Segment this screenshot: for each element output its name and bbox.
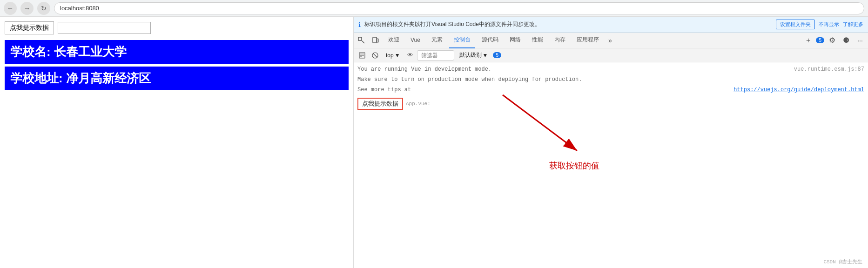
- notification-text: 标识项目的根文件夹以打开Visual Studio Code中的源文件并同步更改…: [364, 20, 772, 28]
- devtools-console[interactable]: You are running Vue in development mode.…: [354, 62, 868, 268]
- inspect-icon-button[interactable]: [356, 34, 368, 47]
- tab-welcome[interactable]: 欢迎: [384, 33, 404, 48]
- svg-rect-2: [377, 39, 378, 42]
- console-line2: Make sure to turn on production mode whe…: [357, 75, 582, 84]
- level-label: 默认级别: [459, 51, 482, 59]
- set-root-button[interactable]: 设置根文件夹: [776, 20, 815, 29]
- deployment-link[interactable]: https://vuejs.org/guide/deployment.html: [733, 86, 864, 94]
- learn-more-link[interactable]: 了解更多: [843, 21, 863, 28]
- console-message-3: See more tips at https://vuejs.org/guide…: [357, 85, 864, 95]
- more-tabs-button[interactable]: »: [606, 36, 615, 45]
- clear-console-button[interactable]: [357, 50, 368, 61]
- svg-rect-1: [373, 37, 377, 43]
- console-message-2: Make sure to turn on production mode whe…: [357, 74, 864, 85]
- school-address: 学校地址: 净月高新经济区: [5, 67, 349, 90]
- arrow-svg: [493, 90, 596, 165]
- tab-vue[interactable]: Vue: [406, 33, 425, 48]
- tab-performance[interactable]: 性能: [527, 33, 548, 48]
- dropdown-icon: ▼: [395, 52, 400, 59]
- console-source-1: vue.runtime.esm.js:87: [794, 65, 864, 74]
- eye-button[interactable]: 👁: [405, 51, 415, 60]
- top-label: top: [386, 52, 394, 59]
- school-name: 学校名: 长春工业大学: [5, 40, 349, 64]
- tab-sources[interactable]: 源代码: [477, 33, 503, 48]
- web-page: 点我提示数据 学校名: 长春工业大学 学校地址: 净月高新经济区: [0, 17, 354, 268]
- console-btn-value: 点我提示数据: [357, 98, 403, 110]
- block-icon-button[interactable]: [370, 50, 381, 61]
- level-dropdown-icon: ▼: [483, 52, 488, 59]
- dismiss-button[interactable]: 不再显示: [819, 21, 839, 28]
- prompt-button[interactable]: 点我提示数据: [5, 21, 54, 34]
- console-message-1: You are running Vue in development mode.…: [357, 64, 864, 74]
- add-tab-button[interactable]: +: [803, 35, 813, 46]
- page-top-bar: 点我提示数据: [5, 21, 349, 34]
- tab-application[interactable]: 应用程序: [572, 33, 604, 48]
- devtools-panel: ℹ 标识项目的根文件夹以打开Visual Studio Code中的源文件并同步…: [354, 17, 868, 268]
- filter-input[interactable]: [417, 50, 454, 60]
- tab-network[interactable]: 网络: [505, 33, 525, 48]
- more-options-button[interactable]: ···: [854, 34, 866, 47]
- svg-line-5: [373, 53, 377, 57]
- main-area: 点我提示数据 学校名: 长春工业大学 学校地址: 净月高新经济区 ℹ 标识项目的…: [0, 17, 868, 268]
- console-badge: 5: [493, 52, 501, 58]
- address-bar[interactable]: [54, 2, 864, 14]
- forward-button[interactable]: →: [20, 2, 34, 15]
- svg-rect-0: [358, 37, 362, 40]
- svg-line-7: [503, 95, 577, 151]
- refresh-button[interactable]: ↻: [37, 2, 50, 15]
- tab-console[interactable]: 控制台: [449, 33, 475, 48]
- info-icon: ℹ: [358, 21, 361, 28]
- browser-bar: ← → ↻: [0, 0, 868, 17]
- profile-button[interactable]: ⚈: [840, 34, 852, 47]
- console-line3-pre: See more tips at: [357, 86, 411, 94]
- back-button[interactable]: ←: [4, 2, 17, 15]
- device-icon-button[interactable]: [370, 34, 382, 47]
- context-selector[interactable]: top ▼: [383, 51, 404, 60]
- console-btn-entry: 点我提示数据 App.vue:: [357, 97, 864, 111]
- devtools-notification: ℹ 标识项目的根文件夹以打开Visual Studio Code中的源文件并同步…: [354, 17, 868, 33]
- arrow-annotation: 获取按钮的值: [493, 90, 599, 171]
- csdn-watermark: CSDN @吉士先生: [823, 258, 862, 265]
- log-level-select[interactable]: 默认级别 ▼: [456, 50, 491, 60]
- devtools-toolbar: 欢迎 Vue 元素 控制台 源代码 网络 性能 内存 应用程序 » + 5 ⚙ …: [354, 33, 868, 48]
- settings-button[interactable]: ⚙: [826, 34, 838, 47]
- tab-elements[interactable]: 元素: [427, 33, 447, 48]
- arrow-label: 获取按钮的值: [549, 160, 599, 171]
- notification-badge: 5: [816, 37, 824, 43]
- page-input[interactable]: [58, 22, 151, 34]
- console-source-2: App.vue:: [406, 101, 431, 107]
- tab-memory[interactable]: 内存: [550, 33, 570, 48]
- devtools-subtoolbar: top ▼ 👁 默认级别 ▼ 5: [354, 48, 868, 62]
- console-line1: You are running Vue in development mode.: [357, 65, 491, 74]
